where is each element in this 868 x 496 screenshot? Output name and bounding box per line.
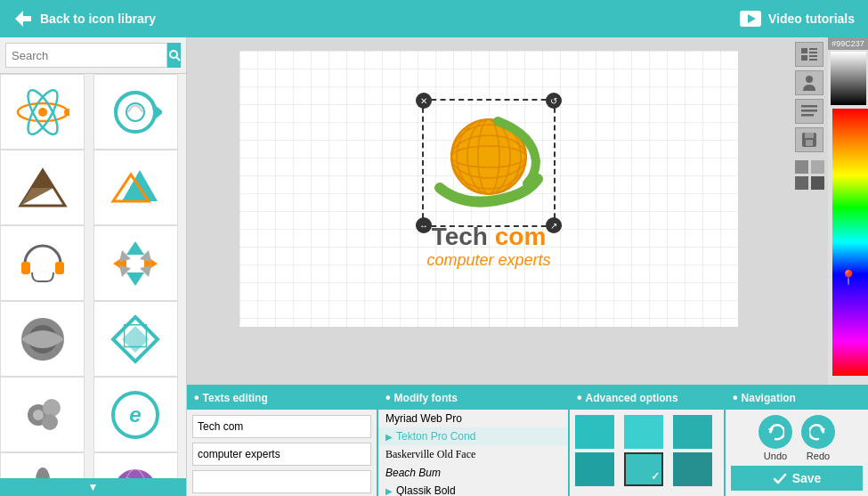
icon-item-sphere[interactable] (93, 452, 178, 478)
advanced-swatch-0[interactable] (575, 415, 614, 449)
color-gradient-wrapper: 📍 (831, 107, 866, 378)
svg-point-34 (43, 399, 61, 417)
advanced-swatch-1[interactable] (624, 415, 663, 449)
search-icon (168, 49, 181, 61)
sphere-icon (109, 464, 162, 479)
font-item-1[interactable]: ▶ Tekton Pro Cond (378, 427, 568, 445)
icon-item-arrows[interactable] (93, 225, 178, 301)
video-tutorials-button[interactable]: Video tutorials (740, 11, 855, 27)
undo-icon-circle (758, 415, 792, 449)
font-item-2[interactable]: Baskerville Old Face (378, 445, 568, 464)
svg-text:e: e (129, 402, 141, 427)
icon-item-flowers[interactable] (0, 377, 85, 452)
redo-icon-circle (801, 415, 835, 449)
svg-point-63 (806, 76, 813, 83)
svg-rect-61 (809, 55, 817, 57)
navigation-panel: Navigation Undo (726, 386, 868, 496)
icon-item-mountain1[interactable] (0, 150, 85, 225)
redo-label: Redo (807, 451, 830, 461)
save-label: Save (792, 471, 822, 485)
search-input[interactable] (5, 43, 167, 68)
back-icon (13, 9, 33, 28)
advanced-options-header: Advanced options (570, 386, 724, 410)
toolbar-save-icon[interactable] (795, 127, 823, 152)
text-lines-icon (801, 105, 817, 118)
svg-rect-58 (809, 48, 817, 50)
svg-marker-11 (155, 105, 162, 119)
search-button[interactable] (167, 43, 181, 68)
handle-top-left[interactable]: ✕ (416, 93, 432, 109)
logo-text-sub: computer experts (426, 251, 550, 270)
logo-word2: com (495, 223, 547, 250)
font-name-2: Baskerville Old Face (385, 448, 475, 461)
advanced-swatch-5[interactable] (673, 452, 712, 486)
save-button[interactable]: Save (731, 466, 863, 491)
svg-rect-65 (801, 110, 817, 112)
color-panel: #99C237 📍 (828, 37, 868, 385)
icon-item-e-circle[interactable]: e (93, 377, 178, 452)
font-item-3[interactable]: Beach Bum (378, 464, 568, 482)
color-swatch-gray[interactable] (795, 160, 808, 174)
icon-item-stripes[interactable] (0, 301, 85, 377)
logo-container[interactable]: ✕ ↺ ↔ ↗ (431, 108, 547, 218)
color-hex-label: #99C237 (828, 37, 868, 50)
color-gradient-bw[interactable] (831, 52, 866, 105)
person-icon (801, 75, 817, 91)
fonts-panel: Modify fonts Myriad Web Pro ▶ Tekton Pro… (378, 386, 570, 496)
handle-top-right[interactable]: ↺ (546, 93, 562, 109)
color-swatch-dark[interactable] (795, 176, 808, 190)
back-to-library-button[interactable]: Back to icon library (13, 9, 156, 28)
scroll-down-button[interactable]: ▼ (0, 478, 186, 496)
right-toolbar (791, 37, 828, 385)
icon-item-atom[interactable] (0, 74, 85, 150)
text-input-1[interactable] (192, 415, 371, 438)
toolbar-person-icon[interactable] (795, 70, 823, 95)
font-name-3: Beach Bum (385, 467, 441, 479)
main-area: e (0, 37, 868, 496)
font-item-0[interactable]: Myriad Web Pro (378, 410, 568, 427)
header: Back to icon library Video tutorials (0, 0, 868, 37)
color-swatch-darker[interactable] (811, 176, 824, 190)
advanced-swatch-3[interactable] (575, 452, 614, 486)
color-swatch-light[interactable] (811, 160, 824, 174)
font-name-0: Myriad Web Pro (385, 412, 462, 425)
navigation-label: Navigation (742, 392, 796, 404)
color-gradient-color[interactable] (832, 109, 868, 376)
icon-item-flower2[interactable] (0, 452, 85, 478)
save-floppy-icon (801, 132, 817, 148)
icon-item-mountain2[interactable] (93, 150, 178, 225)
svg-point-3 (170, 51, 177, 58)
canvas-area[interactable]: ✕ ↺ ↔ ↗ (187, 37, 791, 385)
toolbar-list-icon[interactable] (795, 42, 823, 67)
undo-button[interactable]: Undo (758, 415, 792, 461)
logo-text-group: Tech com computer experts (426, 223, 550, 270)
mountain1-icon (16, 161, 69, 215)
svg-point-8 (38, 108, 47, 117)
svg-marker-14 (32, 170, 53, 188)
icon-item-diamond[interactable] (93, 301, 178, 377)
redo-button[interactable]: Redo (801, 415, 835, 461)
stripes-icon (16, 313, 69, 366)
advanced-swatch-2[interactable] (673, 415, 712, 449)
headphones-icon (16, 237, 69, 290)
logo-word1: Tech (432, 223, 488, 250)
toolbar-text-icon[interactable] (795, 99, 823, 124)
font-name-4: Qlassik Bold (396, 484, 456, 496)
font-item-4[interactable]: ▶ Qlassik Bold (378, 482, 568, 496)
svg-marker-0 (15, 11, 31, 27)
navigation-header: Navigation (726, 386, 868, 410)
advanced-swatch-4[interactable]: ✓ (624, 452, 663, 486)
svg-rect-19 (55, 262, 64, 274)
svg-marker-20 (126, 241, 144, 255)
check-mark: ✓ (651, 470, 660, 483)
svg-rect-62 (809, 59, 817, 61)
icon-item-refresh[interactable] (93, 74, 178, 150)
undo-label: Undo (764, 451, 787, 461)
canvas-and-tools: ✕ ↺ ↔ ↗ (187, 37, 868, 385)
svg-rect-57 (801, 48, 807, 53)
canvas-wrapper: ✕ ↺ ↔ ↗ (239, 51, 738, 327)
text-input-2[interactable] (192, 443, 371, 466)
text-input-3[interactable] (192, 470, 371, 493)
undo-redo-row: Undo Redo (758, 415, 835, 461)
icon-item-headphones[interactable] (0, 225, 85, 301)
